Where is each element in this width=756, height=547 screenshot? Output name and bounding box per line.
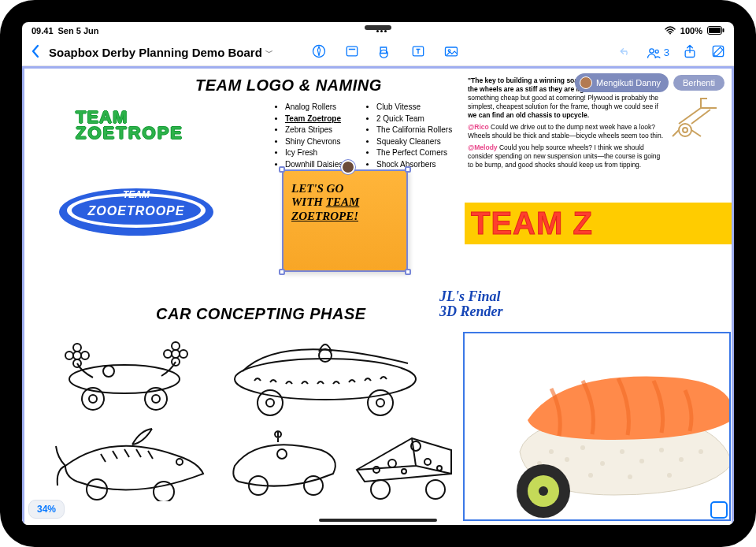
svg-point-19 <box>679 124 691 136</box>
collaborators-button[interactable]: 3 <box>646 45 669 61</box>
note-para: @Rico Could we drive out to the dump nex… <box>468 123 665 140</box>
render-caption[interactable]: JL's Final 3D Render <box>439 289 503 319</box>
car-sketches[interactable] <box>54 332 447 505</box>
render-caption-l2: 3D Render <box>439 304 503 319</box>
text-tool-icon[interactable] <box>410 43 426 61</box>
svg-point-66 <box>373 467 380 473</box>
svg-point-67 <box>388 460 396 467</box>
svg-point-37 <box>539 486 548 496</box>
sketch-wheelbarrow[interactable] <box>669 92 724 140</box>
svg-text:ZOOETROOPE: ZOOETROOPE <box>87 204 185 218</box>
svg-rect-3 <box>722 28 724 32</box>
svg-point-62 <box>154 482 174 501</box>
svg-point-24 <box>600 461 605 466</box>
svg-point-29 <box>699 449 703 454</box>
svg-point-26 <box>639 459 644 463</box>
sticky-tool-icon[interactable] <box>344 43 360 61</box>
stop-following-button[interactable]: Berhenti <box>673 75 724 91</box>
logo-concept-wordmark[interactable]: TEAM Z <box>465 203 734 244</box>
svg-point-46 <box>81 352 89 359</box>
svg-text:TEAM: TEAM <box>123 189 150 200</box>
svg-point-59 <box>319 349 332 362</box>
sketch-flower-car <box>54 332 195 411</box>
sticky-line: LET'S GO <box>291 182 398 195</box>
svg-point-51 <box>180 350 187 358</box>
logo-concept-ring[interactable]: TEAM ZOOETROOPE <box>54 180 219 244</box>
heading-car-concepting: CAR CONCEPTING PHASE <box>156 305 366 323</box>
list-item: Shiny Chevrons <box>285 136 361 148</box>
render-frame[interactable] <box>463 332 731 521</box>
selection-handle[interactable] <box>279 166 285 173</box>
svg-point-43 <box>103 366 114 377</box>
sketch-bean-car <box>223 426 341 497</box>
list-item: Analog Rollers <box>285 102 361 113</box>
svg-point-25 <box>620 449 624 454</box>
svg-point-32 <box>628 474 632 479</box>
mention: @Rico <box>468 123 489 131</box>
battery-percent: 100% <box>680 26 702 35</box>
following-label: Mengikuti Danny <box>596 78 661 87</box>
shape-tool-icon[interactable] <box>377 43 393 61</box>
naming-options-list[interactable]: Analog Rollers Team Zoetrope Zebra Strip… <box>274 102 472 170</box>
chevron-down-icon: ﹀ <box>265 47 273 58</box>
svg-point-31 <box>588 473 593 478</box>
following-pill[interactable]: Mengikuti Danny <box>575 73 669 92</box>
new-board-icon[interactable] <box>710 43 726 61</box>
list-item: The California Rollers <box>376 125 468 136</box>
svg-point-64 <box>304 476 323 495</box>
svg-point-23 <box>580 445 585 450</box>
toolbar: Soapbox Derby Planning Demo Board ﹀ <box>22 39 734 66</box>
svg-point-71 <box>371 480 390 499</box>
sticky-note-selected[interactable]: LET'S GO WITH TEAM ZOETROPE! <box>282 169 408 272</box>
collaborator-avatar-icon <box>580 76 592 89</box>
naming-col-2: Club Vitesse 2 Quick Team The California… <box>365 102 468 170</box>
navigator-button[interactable] <box>710 501 728 519</box>
svg-point-60 <box>176 459 183 465</box>
selection-handle[interactable] <box>405 166 411 173</box>
selection-handle[interactable] <box>279 269 285 275</box>
svg-point-57 <box>266 399 274 407</box>
status-time: 09.41 <box>32 26 54 35</box>
heading-team-logo: TEAM LOGO & NAMING <box>195 76 382 95</box>
svg-point-38 <box>69 365 180 393</box>
status-date: Sen 5 Jun <box>58 26 99 35</box>
svg-point-9 <box>448 50 450 52</box>
svg-point-52 <box>172 342 180 350</box>
collab-count: 3 <box>664 47 669 58</box>
collaborator-cursor-avatar <box>341 160 355 174</box>
svg-rect-5 <box>346 47 357 56</box>
svg-point-49 <box>172 350 180 358</box>
share-icon[interactable] <box>682 43 698 61</box>
sketch-fish-car <box>54 422 211 501</box>
svg-point-68 <box>402 469 406 474</box>
svg-point-45 <box>65 352 73 359</box>
list-item: Squeaky Cleaners <box>376 136 468 148</box>
battery-icon <box>707 26 724 36</box>
logo-concept-green[interactable]: TEAM ZOETROPE <box>76 110 183 141</box>
back-button[interactable] <box>30 44 41 61</box>
svg-point-72 <box>426 480 445 499</box>
pen-tool-icon[interactable] <box>311 43 327 61</box>
list-item: Icy Fresh <box>285 147 361 159</box>
home-indicator[interactable] <box>319 519 437 522</box>
undo-icon[interactable] <box>617 43 633 61</box>
svg-point-33 <box>667 473 672 478</box>
board-title[interactable]: Soapbox Derby Planning Demo Board ﹀ <box>49 46 273 59</box>
svg-point-65 <box>277 449 287 459</box>
svg-point-50 <box>164 350 172 358</box>
freeform-canvas[interactable]: Mengikuti Danny Berhenti TEAM LOGO & NAM… <box>22 66 734 525</box>
list-item: 2 Quick Team <box>376 113 468 125</box>
zoom-level-button[interactable]: 34% <box>28 500 65 519</box>
svg-point-70 <box>437 466 442 471</box>
selection-handle[interactable] <box>405 269 411 275</box>
media-tool-icon[interactable] <box>443 43 459 61</box>
svg-point-22 <box>565 457 569 462</box>
svg-point-56 <box>368 390 393 415</box>
svg-point-41 <box>89 395 97 403</box>
list-item: Zebra Stripes <box>285 125 361 136</box>
svg-point-21 <box>549 449 554 454</box>
logo1-line2: ZOETROPE <box>76 125 183 141</box>
svg-point-69 <box>424 459 431 465</box>
list-item: The Perfect Corners <box>376 147 468 159</box>
sketch-cheese-car <box>349 422 459 501</box>
